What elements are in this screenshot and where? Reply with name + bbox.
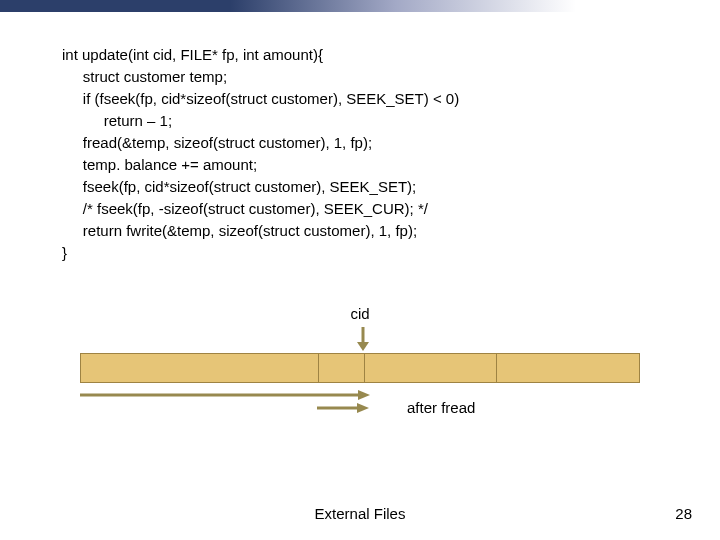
arrow-right-long-icon [80,390,370,400]
record-divider [318,354,319,382]
record-divider [364,354,365,382]
code-block: int update(int cid, FILE* fp, int amount… [62,22,459,264]
code-line: return – 1; [62,112,172,129]
footer-title: External Files [0,505,720,522]
cid-label: cid [80,305,640,322]
title-bar [0,0,720,12]
svg-marker-1 [357,342,369,351]
code-line: } [62,244,67,261]
code-line: fread(&temp, sizeof(struct customer), 1,… [62,134,372,151]
record-divider [496,354,497,382]
code-line: return fwrite(&temp, sizeof(struct custo… [62,222,417,239]
arrow-down-icon [356,327,370,351]
record-box [80,353,640,383]
arrow-right-short-icon [317,403,369,413]
page-number: 28 [675,505,692,522]
after-fread-label: after fread [407,399,475,416]
code-line: struct customer temp; [62,68,227,85]
diagram: cid after fread [80,305,640,435]
code-line: if (fseek(fp, cid*sizeof(struct customer… [62,90,459,107]
code-line: fseek(fp, cid*sizeof(struct customer), S… [62,178,416,195]
code-line: /* fseek(fp, -sizeof(struct customer), S… [62,200,428,217]
svg-marker-3 [358,390,370,400]
svg-marker-5 [357,403,369,413]
code-line: int update(int cid, FILE* fp, int amount… [62,46,323,63]
code-line: temp. balance += amount; [62,156,257,173]
